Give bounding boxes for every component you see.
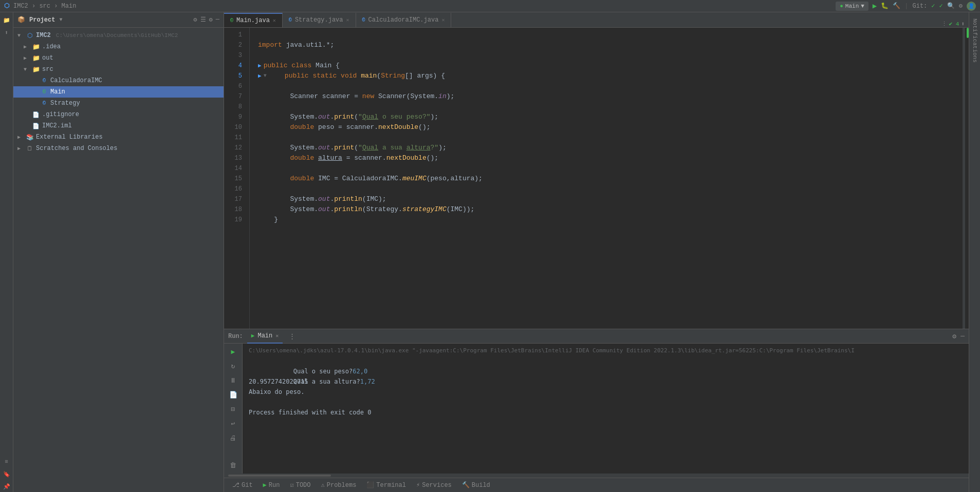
tab-strategy[interactable]: © Strategy.java ✕	[283, 13, 356, 27]
code-string-9: "Qual o seu peso?"	[358, 112, 430, 122]
settings-icon[interactable]: ⚙	[959, 2, 963, 10]
tree-item-gitignore[interactable]: ▶ 📄 .gitignore	[13, 109, 224, 120]
tree-item-src[interactable]: ▼ 📁 src	[13, 64, 224, 75]
line-num-14: 14	[224, 163, 245, 174]
run-play-btn[interactable]: ▶	[227, 346, 239, 358]
run-panel: Run: ▶ Main ✕ ⋮ ⚙ — ▶ ↻ ⏸ 📄 ⊟	[224, 329, 969, 478]
structure-icon[interactable]: ≡	[1, 456, 12, 467]
run-print-btn[interactable]: 🖨	[227, 432, 239, 444]
tab-main[interactable]: © Main.java ✕	[224, 13, 283, 27]
code-method-meuimc: meuIMC	[402, 174, 427, 184]
tree-item-idea[interactable]: ▶ 📁 .idea	[13, 41, 224, 52]
fold-icon-5[interactable]: ▼	[264, 71, 267, 81]
status-problems[interactable]: ⚠ Problems	[317, 478, 361, 493]
tree-item-calculadoraimc[interactable]: ▶ © CalculadoraIMC	[13, 75, 224, 86]
code-kw-import: import	[258, 40, 282, 50]
tree-item-main[interactable]: ▶ © Main	[13, 86, 224, 98]
tab-strategy-close[interactable]: ✕	[346, 17, 349, 23]
git-check: ✓	[931, 2, 935, 10]
tree-label-out: out	[42, 54, 53, 62]
code-line-4: ▶ public class Main {	[258, 61, 963, 71]
run-scrollbar-thumb[interactable]	[228, 475, 331, 477]
user-icon[interactable]: 👤	[967, 2, 976, 11]
tree-item-scratches[interactable]: ▶ 🗒 Scratches and Consoles	[13, 143, 224, 154]
run-tab-icon: ▶	[251, 332, 255, 339]
run-button[interactable]: ▶	[873, 2, 877, 10]
project-minimize-icon[interactable]: —	[216, 16, 219, 24]
file-icon-strategy: ©	[40, 99, 48, 107]
tree-item-imc2iml[interactable]: ▶ 📄 IMC2.iml	[13, 120, 224, 131]
recent-files-icon[interactable]: ⋮	[941, 21, 947, 27]
status-run[interactable]: ▶ Run	[259, 478, 284, 493]
file-icon-imc2iml: 📄	[32, 122, 40, 130]
status-terminal[interactable]: ⬛ Terminal	[362, 478, 410, 493]
code-kw-double-13: double	[290, 153, 314, 163]
run-arrow-4[interactable]: ▶	[258, 61, 262, 71]
code-line-7: Scanner scanner = new Scanner(System. in…	[258, 91, 963, 102]
tab-calculadora[interactable]: © CalculadoraIMC.java ✕	[356, 13, 452, 27]
line-num-16: 16	[224, 184, 245, 194]
code-type-string: String	[381, 71, 405, 81]
run-output-line4: Abaixo do peso.	[249, 387, 963, 397]
run-config-dropdown[interactable]: ● Main ▼	[836, 2, 868, 11]
run-settings-icon[interactable]: ⚙	[952, 332, 956, 340]
tree-label-calculadoraimc: CalculadoraIMC	[50, 77, 102, 84]
run-trash-btn[interactable]: 🗑	[227, 459, 239, 471]
tab-calc-close[interactable]: ✕	[441, 17, 445, 23]
run-tab-main[interactable]: ▶ Main ✕	[247, 329, 283, 344]
status-services[interactable]: ⚡ Services	[412, 478, 456, 493]
tab-calc-label: CalculadoraIMC.java	[368, 16, 439, 24]
commit-icon[interactable]: ⬆	[1, 27, 12, 38]
run-arrow-5[interactable]: ▶	[258, 71, 262, 81]
search-icon[interactable]: 🔍	[947, 2, 955, 10]
status-git[interactable]: ⎇ Git	[228, 478, 257, 493]
notifications-panel[interactable]: Notifications	[971, 14, 979, 67]
tree-arrow-out: ▶	[24, 55, 30, 61]
run-scrollbar[interactable]	[224, 474, 969, 478]
tree-item-imc2[interactable]: ▼ ⬡ IMC2 C:\Users\omena\Documents\GitHub…	[13, 30, 224, 41]
expand-editor-icon[interactable]: ⬆	[961, 21, 965, 27]
title-bar: ⬡ IMC2 › src › Main ● Main ▼ ▶ 🐛 🔨 | Git…	[0, 0, 980, 12]
tab-main-label: Main.java	[236, 17, 270, 24]
tab-calc-icon: ©	[362, 17, 365, 23]
run-dump-btn[interactable]: 📄	[227, 389, 239, 401]
status-build[interactable]: 🔨 Build	[458, 478, 494, 493]
code-kw-class: class	[291, 61, 311, 71]
code-editor: 1 2 3 4 5 6 7 8 9 10 11 12 13 14 15 16 1…	[224, 28, 969, 329]
project-gear-icon[interactable]: ⚙	[193, 16, 197, 24]
build-button[interactable]: 🔨	[893, 2, 900, 10]
project-panel: 📦 Project ▼ ⚙ ☰ ⚙ — ▼ ⬡ IMC2 C:\Users\om…	[13, 12, 224, 492]
tree-item-strategy[interactable]: ▶ © Strategy	[13, 98, 224, 109]
line-num-11: 11	[224, 133, 245, 143]
code-content[interactable]: import java.util.*; ▶ public class Main …	[250, 28, 963, 329]
tree-item-out[interactable]: ▶ 📁 out	[13, 52, 224, 64]
project-list-icon[interactable]: ☰	[200, 16, 206, 24]
bookmarks-icon[interactable]: 🔖	[1, 468, 12, 480]
status-services-label: Services	[422, 482, 452, 489]
run-more-dots: ⋮	[289, 332, 295, 340]
project-icon[interactable]: 📁	[1, 14, 12, 26]
project-settings-icon[interactable]: ⚙	[209, 16, 213, 24]
line-num-8: 8	[224, 102, 245, 112]
debug-button[interactable]: 🐛	[881, 2, 889, 10]
run-filter-btn[interactable]: ⊟	[227, 403, 239, 415]
code-space	[282, 40, 286, 50]
terminal-icon: ⬛	[366, 481, 374, 489]
run-rerun-btn[interactable]: ↻	[227, 360, 239, 372]
project-folder-icon: ⬡	[26, 31, 34, 40]
project-dropdown-arrow[interactable]: ▼	[59, 17, 62, 23]
tree-item-external-libs[interactable]: ▶ 📚 External Libraries	[13, 131, 224, 143]
tree-label-extlibs: External Libraries	[36, 134, 103, 141]
gutter-bar	[963, 28, 965, 329]
run-minimize-icon[interactable]: —	[960, 332, 965, 340]
status-todo[interactable]: ☑ TODO	[286, 478, 315, 493]
run-softrap-btn[interactable]: ↩	[227, 418, 239, 430]
run-tab-close[interactable]: ✕	[275, 333, 279, 339]
line-num-12: 12	[224, 143, 245, 153]
separator: |	[904, 3, 908, 10]
pin-icon[interactable]: 📌	[1, 481, 12, 492]
tab-main-close[interactable]: ✕	[273, 17, 276, 24]
run-config-arrow: ▼	[861, 3, 864, 9]
line-num-2: 2	[224, 40, 245, 50]
run-debug-btn[interactable]: ⏸	[227, 374, 239, 387]
